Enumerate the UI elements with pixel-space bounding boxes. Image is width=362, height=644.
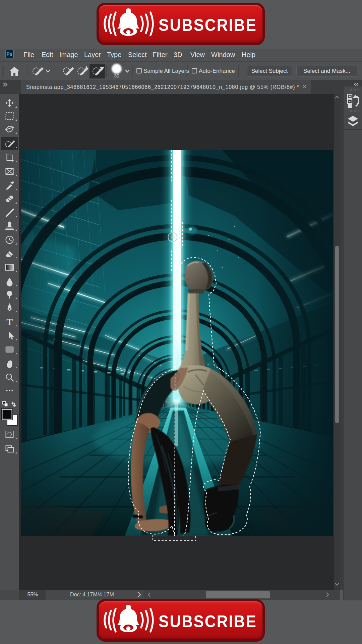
svg-text:T: T [6, 317, 13, 327]
svg-text:30: 30 [114, 73, 119, 78]
